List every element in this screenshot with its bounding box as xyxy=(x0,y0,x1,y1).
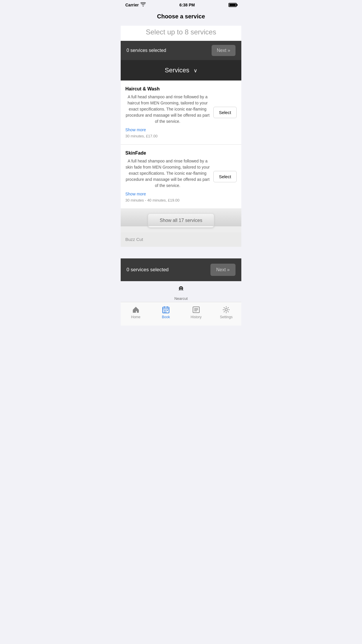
svg-rect-7 xyxy=(164,312,165,312)
top-selection-bar: 0 services selected Next » xyxy=(121,41,241,60)
battery-fill xyxy=(229,4,236,6)
nearcut-label: Nearcut xyxy=(174,296,188,301)
wifi-icon xyxy=(140,2,146,7)
service-card-0: Haircut & Wash A full head shampoo and r… xyxy=(121,80,241,145)
services-chevron-icon: ∨ xyxy=(194,68,197,74)
service-description-1: A full head shampoo and rinse followed b… xyxy=(125,158,210,189)
services-container: Haircut & Wash A full head shampoo and r… xyxy=(121,80,241,247)
tab-book[interactable]: Book xyxy=(151,304,181,321)
service-card-content-1: SkinFade A full head shampoo and rinse f… xyxy=(125,150,210,203)
page-title: Choose a service xyxy=(121,8,241,26)
show-more-link-1[interactable]: Show more xyxy=(125,192,210,196)
tab-history[interactable]: History xyxy=(181,304,211,321)
top-next-button[interactable]: Next » xyxy=(212,45,236,56)
calendar-icon xyxy=(162,306,170,314)
nearcut-brand: Nearcut xyxy=(121,281,241,302)
tab-bar: Home Book History Settings xyxy=(121,302,241,326)
service-meta-1: 30 minutes - 40 minutes, £19.00 xyxy=(125,198,180,202)
battery-icon xyxy=(229,3,237,7)
bottom-selection-bar: 0 services selected Next » xyxy=(121,258,241,281)
show-more-link-0[interactable]: Show more xyxy=(125,127,210,132)
carrier-label: Carrier xyxy=(125,3,139,7)
bottom-selected-count: 0 services selected xyxy=(126,267,169,273)
nearcut-logo-icon xyxy=(176,285,186,295)
select-button-1[interactable]: Select xyxy=(213,171,237,182)
svg-point-2 xyxy=(181,288,182,288)
blurred-service-name: Buzz Cut xyxy=(125,237,143,242)
show-all-btn-wrapper: Show all 17 services xyxy=(121,209,241,232)
service-meta-0: 30 minutes, £17.00 xyxy=(125,134,158,138)
subtitle: Select up to 8 services xyxy=(121,26,241,41)
status-bar: Carrier 6:38 PM xyxy=(121,0,241,8)
tab-settings-label: Settings xyxy=(220,315,233,319)
svg-point-10 xyxy=(225,309,227,311)
settings-icon xyxy=(222,306,230,314)
service-description-0: A full head shampoo and rinse followed b… xyxy=(125,94,210,125)
spacer xyxy=(121,247,241,258)
tab-history-label: History xyxy=(191,315,201,319)
svg-rect-8 xyxy=(166,312,166,312)
tab-home[interactable]: Home xyxy=(121,304,151,321)
time-label: 6:38 PM xyxy=(180,3,195,7)
history-icon xyxy=(192,306,200,314)
svg-rect-5 xyxy=(166,310,166,311)
blurred-service: Buzz Cut xyxy=(121,232,241,247)
home-icon xyxy=(132,306,140,314)
tab-home-label: Home xyxy=(131,315,140,319)
service-card-1: SkinFade A full head shampoo and rinse f… xyxy=(121,145,241,209)
tab-settings[interactable]: Settings xyxy=(211,304,242,321)
svg-point-1 xyxy=(180,288,181,288)
svg-rect-4 xyxy=(164,310,165,311)
svg-rect-6 xyxy=(167,310,168,311)
service-card-content-0: Haircut & Wash A full head shampoo and r… xyxy=(125,86,210,139)
show-all-button[interactable]: Show all 17 services xyxy=(148,214,214,228)
show-all-wrapper: Show all 17 services Buzz Cut xyxy=(121,209,241,247)
service-name-1: SkinFade xyxy=(125,150,210,156)
status-bar-left: Carrier xyxy=(125,2,146,7)
services-header[interactable]: Services ∨ xyxy=(121,60,241,80)
top-selected-count: 0 services selected xyxy=(126,48,166,53)
services-header-label: Services ∨ xyxy=(165,66,197,74)
bottom-next-button[interactable]: Next » xyxy=(210,264,236,276)
tab-book-label: Book xyxy=(162,315,170,319)
service-name-0: Haircut & Wash xyxy=(125,86,210,92)
select-button-0[interactable]: Select xyxy=(213,107,237,118)
